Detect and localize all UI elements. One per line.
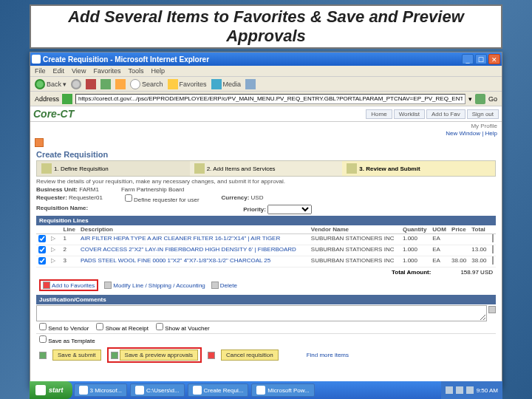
close-button[interactable]: ✕ bbox=[488, 54, 500, 64]
justification-textarea[interactable] bbox=[36, 305, 487, 321]
wizard-step-1[interactable]: 1. Define Requisition bbox=[37, 161, 190, 176]
business-unit-value: FARM1 bbox=[79, 186, 99, 193]
comment-icon[interactable] bbox=[492, 256, 494, 265]
total-value: 158.97 USD bbox=[460, 269, 493, 276]
expand-icon[interactable]: ▷ bbox=[51, 257, 58, 265]
back-icon bbox=[35, 79, 45, 89]
add-to-favorites-link[interactable]: Add to Favorites bbox=[43, 282, 95, 289]
favorites-button[interactable]: Favorites bbox=[168, 79, 207, 89]
menu-file[interactable]: File bbox=[35, 67, 46, 75]
spell-check-icon[interactable] bbox=[488, 306, 496, 313]
wizard-step-3[interactable]: 3. Review and Submit bbox=[342, 161, 495, 176]
back-button[interactable]: Back ▾ bbox=[35, 79, 66, 89]
cancel-requisition-button[interactable]: Cancel requisition bbox=[221, 349, 279, 361]
line-checkbox[interactable] bbox=[38, 235, 46, 242]
menu-view[interactable]: View bbox=[72, 67, 86, 75]
nav-add-fav[interactable]: Add to Fav bbox=[426, 109, 466, 119]
nav-signout[interactable]: Sign out bbox=[467, 109, 499, 119]
define-requester-checkbox[interactable] bbox=[125, 194, 132, 202]
priority-select[interactable] bbox=[267, 205, 312, 214]
system-tray[interactable]: 9:50 AM bbox=[441, 381, 502, 399]
col-uom: UOM bbox=[430, 225, 449, 234]
col-total: Total bbox=[469, 225, 489, 234]
wizard-step-2[interactable]: 2. Add Items and Services bbox=[190, 161, 343, 176]
line-desc[interactable]: PADS STEEL WOOL FINE 0000 1"X2" 4"X7-1/8… bbox=[78, 256, 309, 267]
send-vendor-checkbox[interactable] bbox=[39, 323, 47, 330]
address-input[interactable] bbox=[75, 94, 466, 104]
address-dropdown-icon[interactable]: ▾ bbox=[468, 95, 472, 103]
table-row: ▷ 2 COVER ACCESS 2"X2" LAY-IN FIBERBOARD… bbox=[36, 245, 496, 256]
taskbar-item[interactable]: Microsoft Pow... bbox=[251, 383, 314, 397]
core-header: Core-CT Home Worklist Add to Fav Sign ou… bbox=[30, 106, 502, 122]
line-uom: EA bbox=[430, 234, 449, 245]
find-more-items-link[interactable]: Find more items bbox=[307, 352, 349, 358]
nav-worklist[interactable]: Worklist bbox=[394, 109, 425, 119]
collapse-icon[interactable] bbox=[35, 138, 44, 147]
save-icon bbox=[39, 352, 47, 359]
line-desc[interactable]: AIR FILTER HEPA TYPE A AIR CLEANER FILTE… bbox=[78, 234, 309, 245]
menu-help[interactable]: Help bbox=[151, 67, 165, 75]
taskbar: start 3 Microsof... C:\Users\d... Create… bbox=[30, 381, 502, 399]
line-uom: EA bbox=[430, 245, 449, 256]
tray-icon[interactable] bbox=[446, 386, 453, 394]
nav-home[interactable]: Home bbox=[366, 109, 392, 119]
lock-icon bbox=[62, 94, 72, 104]
tray-icon[interactable] bbox=[456, 386, 463, 394]
maximize-button[interactable]: ☐ bbox=[475, 54, 487, 64]
requisition-lines-header: Requisition Lines bbox=[36, 216, 496, 225]
menu-favorites[interactable]: Favorites bbox=[93, 67, 120, 75]
priority-label: Priority: bbox=[243, 206, 266, 213]
tray-icon[interactable] bbox=[466, 386, 474, 394]
line-uom: EA bbox=[430, 256, 449, 267]
line-desc[interactable]: COVER ACCESS 2"X2" LAY-IN FIBERBOARD HIG… bbox=[78, 245, 309, 256]
col-price: Price bbox=[449, 225, 469, 234]
page-content: Core-CT Home Worklist Add to Fav Sign ou… bbox=[30, 106, 502, 387]
line-qty: 1.000 bbox=[400, 234, 430, 245]
line-price: 38.00 bbox=[449, 256, 469, 267]
save-preview-highlight: Save & preview approvals bbox=[107, 347, 202, 363]
home-button[interactable] bbox=[115, 79, 126, 89]
total-label: Total Amount: bbox=[392, 269, 431, 276]
stop-button[interactable] bbox=[86, 79, 96, 89]
menu-tools[interactable]: Tools bbox=[128, 67, 143, 75]
delete-link[interactable]: Delete bbox=[211, 282, 237, 289]
start-button[interactable]: start bbox=[30, 381, 72, 399]
cancel-icon bbox=[208, 352, 215, 359]
expand-icon[interactable]: ▷ bbox=[51, 246, 58, 253]
save-submit-button[interactable]: Save & submit bbox=[52, 349, 101, 361]
refresh-button[interactable] bbox=[100, 79, 111, 89]
ie-menubar: File Edit View Favorites Tools Help bbox=[30, 66, 502, 77]
preview-icon bbox=[111, 352, 118, 359]
line-checkbox[interactable] bbox=[38, 246, 46, 253]
comment-icon[interactable] bbox=[492, 245, 494, 253]
line-num: 3 bbox=[61, 256, 79, 267]
comment-icon[interactable] bbox=[492, 234, 494, 242]
modify-line-link[interactable]: Modify Line / Shipping / Accounting bbox=[104, 282, 205, 289]
menu-edit[interactable]: Edit bbox=[53, 67, 65, 75]
line-qty: 1.000 bbox=[400, 245, 430, 256]
go-button[interactable] bbox=[475, 94, 485, 104]
expand-icon[interactable]: ▷ bbox=[51, 235, 58, 242]
windows-icon bbox=[35, 385, 46, 395]
media-button[interactable]: Media bbox=[211, 79, 242, 89]
history-button[interactable] bbox=[245, 79, 256, 89]
line-checkbox[interactable] bbox=[38, 257, 46, 265]
ie-titlebar: Create Requisition - Microsoft Internet … bbox=[30, 52, 502, 66]
forward-button[interactable] bbox=[71, 79, 81, 89]
go-label: Go bbox=[488, 95, 497, 103]
instruction-text: Review the details of your requisition, … bbox=[36, 178, 496, 185]
search-button[interactable]: Search bbox=[130, 79, 163, 89]
show-voucher-checkbox[interactable] bbox=[156, 323, 163, 330]
delete-icon bbox=[211, 282, 219, 289]
app-icon bbox=[193, 386, 202, 395]
save-preview-button[interactable]: Save & preview approvals bbox=[120, 349, 199, 361]
show-receipt-checkbox[interactable] bbox=[96, 323, 103, 330]
taskbar-item[interactable]: C:\Users\d... bbox=[130, 383, 184, 397]
taskbar-item[interactable]: Create Requi... bbox=[188, 383, 249, 397]
window-links[interactable]: New Window | Help bbox=[30, 130, 502, 138]
taskbar-item[interactable]: 3 Microsof... bbox=[74, 383, 128, 397]
line-total: 13.00 bbox=[469, 245, 489, 256]
save-template-checkbox[interactable] bbox=[39, 335, 47, 343]
minimize-button[interactable]: _ bbox=[462, 54, 474, 64]
page-icon bbox=[32, 55, 41, 64]
